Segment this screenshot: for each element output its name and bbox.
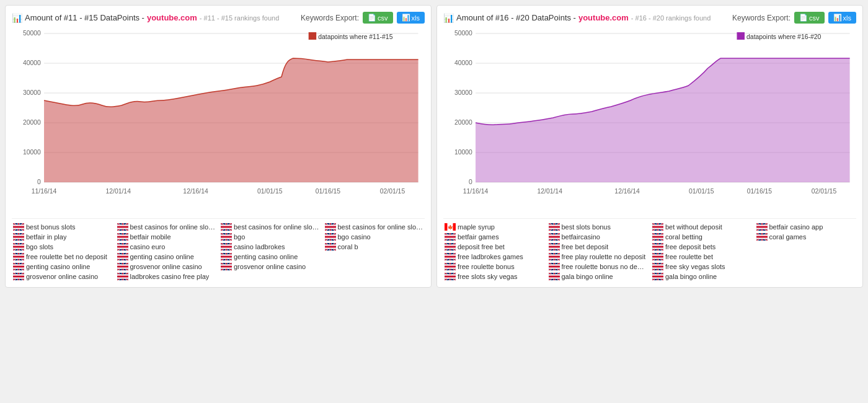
svg-rect-162: [13, 266, 24, 267]
keyword-text: free slots sky vegas: [458, 273, 518, 280]
export-label-2: Keywords Export:: [732, 14, 790, 22]
flag-uk: [13, 243, 24, 250]
svg-rect-100: [18, 243, 19, 250]
svg-rect-246: [756, 226, 768, 228]
keywords-section-1: best bonus slots best casinos for online…: [12, 218, 425, 281]
svg-rect-199: [122, 273, 123, 280]
keyword-text: maple syrup: [458, 223, 495, 231]
keyword-text: free roulette bonus: [458, 263, 515, 270]
keyword-text: best bonus slots: [26, 223, 76, 231]
keyword-item: genting casino online: [219, 252, 321, 261]
keyword-item: genting casino online: [116, 252, 218, 261]
keyword-text: betfair mobile: [130, 233, 171, 241]
keyword-text: best casinos for online slot machines: [338, 223, 424, 231]
svg-rect-284: [756, 236, 768, 237]
flag-uk: [13, 253, 24, 260]
csv-button-1[interactable]: 📄 csv: [363, 12, 393, 24]
keyword-text: free sky vegas slots: [665, 263, 725, 270]
svg-text:40000: 40000: [454, 60, 472, 66]
svg-rect-218: [737, 32, 744, 40]
keywords-section-2: 🍁 maple syrup best slots bonus: [443, 218, 856, 281]
flag-uk: [325, 233, 336, 241]
keyword-text: betfair in play: [26, 233, 66, 241]
svg-rect-136: [18, 253, 19, 260]
keyword-item: [219, 272, 321, 281]
svg-rect-392: [652, 276, 663, 277]
svg-rect-294: [450, 243, 451, 250]
svg-rect-375: [450, 273, 451, 280]
flag-uk: [445, 263, 456, 270]
keywords-grid-1: best bonus slots best casinos for online…: [12, 223, 425, 281]
svg-rect-64: [18, 233, 19, 241]
keyword-item: free bet deposit: [547, 242, 649, 251]
keyword-text: deposit free bet: [458, 243, 505, 250]
chart-icon-1: 📊: [12, 13, 22, 23]
svg-rect-63: [13, 236, 24, 237]
svg-rect-347: [445, 266, 456, 267]
flag-uk: [117, 223, 128, 231]
keyword-item: bgo slots: [12, 242, 113, 251]
svg-rect-393: [657, 273, 658, 280]
flag-uk: [221, 223, 232, 231]
svg-rect-91: [330, 233, 331, 241]
flag-uk: [652, 253, 663, 260]
svg-rect-257: [445, 236, 456, 237]
svg-text:01/16/15: 01/16/15: [316, 188, 341, 195]
svg-rect-311: [652, 246, 663, 247]
csv-icon-1: 📄: [368, 14, 376, 22]
svg-rect-79: [221, 236, 232, 238]
svg-rect-273: [652, 236, 663, 238]
keyword-text: grosvenor online casino: [26, 273, 98, 280]
svg-rect-363: [652, 266, 663, 268]
keyword-text: gala bingo online: [562, 273, 613, 280]
svg-rect-327: [549, 256, 560, 258]
svg-text:0: 0: [469, 179, 472, 185]
svg-rect-282: [756, 236, 768, 238]
svg-rect-372: [445, 276, 456, 278]
svg-text:01/01/15: 01/01/15: [257, 188, 283, 195]
xls-button-1[interactable]: 📊 xls: [397, 12, 425, 24]
chart-1: 50000 40000 30000 20000 10000 0 11/16/14…: [12, 27, 425, 213]
csv-button-2[interactable]: 📄 csv: [794, 12, 825, 24]
keyword-text: genting casino online: [26, 263, 90, 270]
svg-rect-117: [221, 246, 232, 247]
svg-text:20000: 20000: [454, 119, 472, 126]
flag-uk: [445, 273, 456, 280]
keywords-grid-2: 🍁 maple syrup best slots bonus: [443, 223, 856, 281]
panel-title-2: 📊 Amount of #16 - #20 DataPoints - youtu…: [443, 13, 711, 23]
xls-button-2[interactable]: 📊 xls: [828, 12, 856, 24]
svg-rect-172: [122, 263, 123, 270]
panel-11-15: 📊 Amount of #11 - #15 DataPoints - youtu…: [5, 5, 432, 288]
flag-uk: [221, 233, 232, 241]
keyword-item: coral betting: [651, 232, 753, 241]
svg-text:30000: 30000: [454, 89, 472, 96]
svg-rect-54: [325, 226, 336, 228]
svg-rect-153: [221, 256, 232, 257]
svg-text:01/01/15: 01/01/15: [689, 188, 714, 195]
svg-text:datapoints where #11-#15: datapoints where #11-#15: [318, 33, 392, 40]
title-prefix-2: Amount of #16 - #20 DataPoints -: [456, 13, 576, 22]
keyword-item: [755, 242, 857, 251]
svg-rect-374: [445, 276, 456, 277]
keyword-item: [755, 272, 857, 281]
keyword-item: free roulette bet: [651, 252, 753, 261]
keyword-text: bgo: [234, 233, 245, 241]
keyword-item: gala bingo online: [651, 272, 753, 281]
svg-rect-264: [549, 236, 560, 238]
svg-text:30000: 30000: [23, 89, 41, 96]
keyword-item: [755, 262, 857, 271]
svg-rect-196: [117, 276, 128, 278]
title-prefix-1: Amount of #11 - #15 DataPoints -: [25, 13, 144, 22]
flag-uk: [549, 263, 560, 270]
keyword-text: betfair casino app: [769, 223, 823, 231]
flag-uk: [13, 263, 24, 270]
svg-text:50000: 50000: [454, 30, 472, 37]
svg-text:10000: 10000: [454, 149, 472, 156]
svg-rect-81: [221, 236, 232, 237]
svg-rect-318: [445, 256, 456, 258]
keyword-item: best slots bonus: [547, 223, 649, 231]
flag-uk: [549, 223, 560, 231]
keyword-item: free ladbrokes games: [443, 252, 545, 261]
svg-rect-109: [122, 243, 123, 250]
site-link-1: youtube.com: [147, 13, 197, 22]
